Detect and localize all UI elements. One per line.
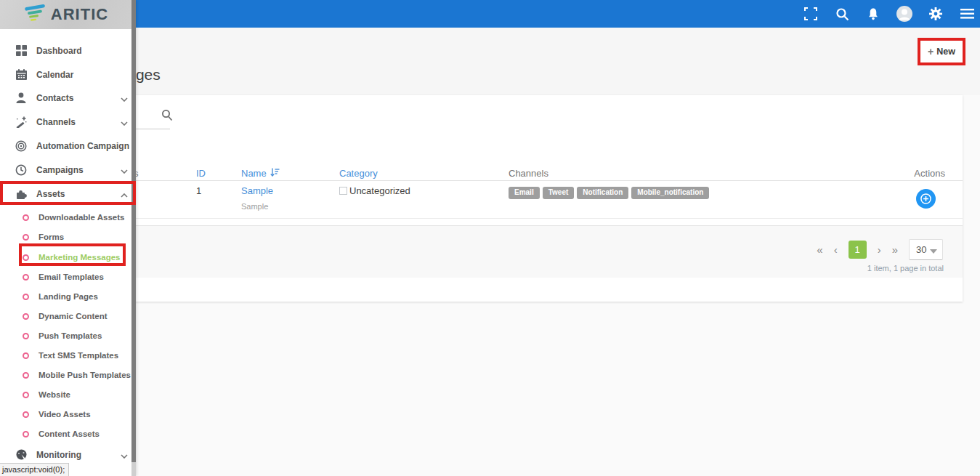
brand-logo[interactable]: ARITIC	[0, 0, 131, 29]
sidebar-item-dashboard[interactable]: Dashboard	[0, 41, 131, 60]
chevron-down-icon	[121, 92, 128, 105]
pagination-current-page[interactable]: 1	[849, 241, 867, 259]
annotation-box-new-button	[918, 38, 965, 65]
sidebar-item-automation-campaign[interactable]: Automation Campaign	[0, 136, 131, 156]
row-add-action-button[interactable]	[916, 189, 936, 209]
column-header-channels: Channels	[509, 168, 548, 179]
annotation-box-marketing-messages	[19, 243, 126, 266]
chevron-down-icon	[121, 164, 128, 177]
sidebar-item-label: Campaigns	[36, 165, 84, 175]
sidebar-item-label: Automation Campaign	[36, 141, 129, 151]
bullet-ring-icon	[23, 372, 29, 379]
sidebar-subitem-text-sms-templates[interactable]: Text SMS Templates	[0, 347, 131, 364]
bullet-ring-icon	[23, 313, 29, 320]
sidebar-subitem-mobile-push-templates[interactable]: Mobile Push Templates	[0, 366, 131, 384]
bullet-ring-icon	[23, 333, 29, 339]
pagination-prev-button[interactable]: ‹	[834, 244, 838, 255]
sidebar: ARITIC Dashboard Calendar	[0, 0, 136, 476]
sort-amount-icon	[270, 168, 280, 179]
page-size-select[interactable]: 30	[909, 239, 943, 260]
target-rings-icon	[15, 140, 28, 152]
row-category-label: Uncategorized	[349, 185, 410, 196]
column-header-actions: Actions	[914, 168, 945, 179]
sidebar-subitem-label: Dynamic Content	[39, 312, 108, 320]
column-header-name-label: Name	[241, 168, 267, 179]
list-card: s ID Name Category Channels Actions 1 Sa…	[11, 95, 963, 302]
sidebar-subitem-downloadable-assets[interactable]: Downloadable Assets	[0, 209, 131, 226]
calendar-icon	[15, 69, 28, 80]
search-icon[interactable]	[833, 5, 851, 23]
sidebar-subitem-website[interactable]: Website	[0, 386, 131, 403]
column-header-id[interactable]: ID	[196, 168, 206, 179]
sidebar-subitem-label: Email Templates	[39, 273, 104, 281]
sidebar-item-campaigns[interactable]: Campaigns	[0, 160, 131, 179]
sidebar-subitem-push-templates[interactable]: Push Templates	[0, 327, 131, 344]
sidebar-item-label: Channels	[36, 117, 76, 127]
sidebar-subitem-content-assets[interactable]: Content Assets	[0, 425, 131, 443]
sidebar-item-label: Monitoring	[36, 450, 81, 460]
browser-status-bar: javascript:void(0);	[0, 463, 69, 476]
sidebar-subitem-label: Website	[39, 390, 70, 399]
sidebar-subitem-label: Content Assets	[39, 429, 100, 438]
sidebar-item-label: Calendar	[36, 70, 73, 80]
chevron-down-icon	[930, 243, 937, 257]
magic-wand-icon	[15, 116, 28, 128]
user-avatar-icon[interactable]	[896, 5, 913, 23]
sidebar-subitem-label: Video Assets	[39, 410, 91, 419]
sidebar-item-label: Dashboard	[36, 46, 82, 56]
sidebar-subitem-email-templates[interactable]: Email Templates	[0, 268, 131, 286]
sidebar-item-label: Contacts	[36, 93, 73, 103]
row-name-link[interactable]: Sample	[241, 185, 273, 196]
card-footer: « ‹ 1 › » 30 1 item, 1 page in total	[11, 226, 963, 278]
chevron-down-icon	[121, 448, 128, 461]
sidebar-subitem-label: Mobile Push Templates	[39, 371, 131, 379]
annotation-box-assets	[0, 181, 136, 205]
settings-gear-icon[interactable]	[927, 5, 944, 23]
bullet-ring-icon	[23, 352, 29, 359]
pagination-summary: 1 item, 1 page in total	[867, 264, 944, 273]
row-subtitle: Sample	[241, 202, 268, 211]
channel-badge: Email	[509, 187, 540, 199]
search-submit-icon[interactable]	[161, 109, 173, 124]
hamburger-menu-icon[interactable]	[958, 5, 976, 23]
bullet-ring-icon	[23, 274, 29, 281]
brand-name: ARITIC	[51, 5, 108, 24]
notifications-bell-icon[interactable]	[864, 5, 882, 23]
sidebar-item-channels[interactable]: Channels	[0, 112, 131, 132]
bullet-ring-icon	[23, 234, 29, 241]
sidebar-scrollbar-track[interactable]	[131, 0, 136, 476]
sidebar-subitem-video-assets[interactable]: Video Assets	[0, 406, 131, 423]
top-app-bar	[0, 0, 980, 28]
aritic-swoosh-icon	[23, 4, 48, 25]
column-header-name[interactable]: Name	[241, 168, 280, 179]
pagination-next-button[interactable]: ›	[878, 244, 881, 255]
table-row-divider	[11, 218, 963, 219]
sidebar-scrollbar-thumb[interactable]	[131, 0, 136, 462]
sidebar-item-calendar[interactable]: Calendar	[0, 65, 131, 84]
row-channels: Email Tweet Notification Mobile_notifica…	[509, 187, 709, 199]
channel-badge: Notification	[577, 187, 628, 199]
bullet-ring-icon	[23, 214, 29, 221]
column-header-category[interactable]: Category	[339, 168, 378, 179]
bullet-ring-icon	[23, 294, 29, 300]
bullet-ring-icon	[23, 411, 29, 418]
pagination: « ‹ 1 › » 30	[817, 239, 943, 260]
dashboard-icon	[15, 45, 28, 56]
channel-badge: Mobile_notification	[631, 187, 709, 199]
sidebar-item-contacts[interactable]: Contacts	[0, 88, 131, 108]
clock-icon	[15, 164, 28, 176]
category-color-swatch	[339, 187, 347, 195]
contacts-person-icon	[15, 92, 28, 103]
sidebar-subitem-label: Downloadable Assets	[39, 213, 124, 222]
sidebar-subitem-landing-pages[interactable]: Landing Pages	[0, 288, 131, 305]
bullet-ring-icon	[23, 431, 29, 437]
chevron-down-icon	[121, 116, 128, 129]
topbar-icon-group	[802, 0, 976, 28]
sidebar-item-monitoring[interactable]: Monitoring	[0, 445, 131, 464]
pagination-first-button[interactable]: «	[817, 244, 822, 255]
row-id: 1	[196, 185, 201, 196]
sidebar-subitem-dynamic-content[interactable]: Dynamic Content	[0, 307, 131, 325]
bullet-ring-icon	[23, 392, 29, 398]
pagination-last-button[interactable]: »	[892, 244, 898, 255]
fullscreen-icon[interactable]	[802, 5, 819, 23]
